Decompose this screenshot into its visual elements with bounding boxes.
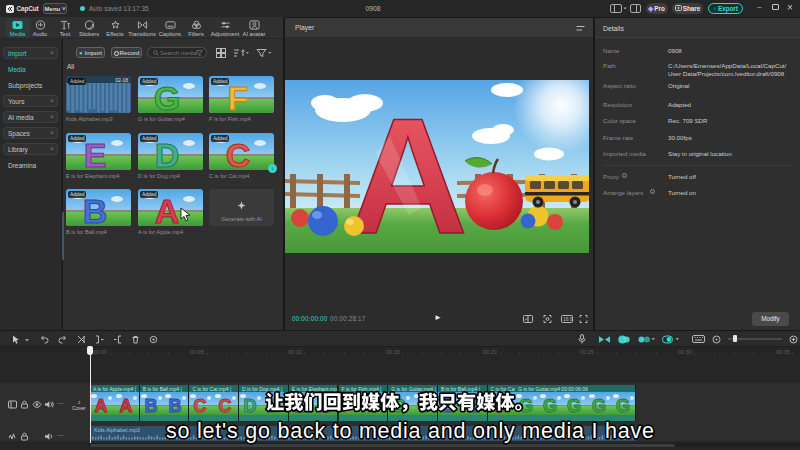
svg-text:G: G [592, 396, 606, 415]
svg-text:A: A [348, 83, 468, 253]
svg-text:16:9: 16:9 [563, 316, 573, 322]
svg-text:G: G [154, 79, 180, 113]
svg-text:C: C [194, 396, 207, 415]
svg-text:B: B [144, 396, 157, 415]
svg-text:so let's go back to media and: so let's go back to media and only media… [166, 419, 654, 443]
svg-text:A: A [155, 192, 180, 226]
svg-text:A: A [119, 396, 132, 415]
svg-text:C: C [226, 136, 251, 170]
svg-text:G: G [616, 396, 630, 415]
svg-text:B: B [169, 396, 182, 415]
svg-text:02-18: 02-18 [115, 77, 128, 83]
svg-text:C: C [219, 396, 232, 415]
svg-text:F: F [228, 79, 249, 113]
svg-text:G: G [543, 396, 557, 415]
svg-text:G: G [567, 396, 581, 415]
svg-text:A: A [95, 396, 108, 415]
svg-text:E: E [84, 136, 107, 170]
svg-text:D: D [244, 396, 257, 415]
svg-text:B: B [83, 192, 108, 226]
svg-text:D: D [155, 136, 180, 170]
